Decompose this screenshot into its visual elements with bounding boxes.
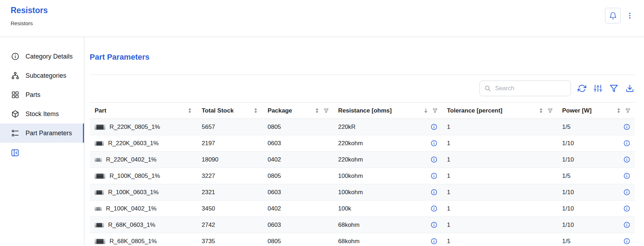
resistance-info-button[interactable] (430, 205, 438, 213)
resistance-value: 68kohm (338, 238, 359, 245)
info-icon (431, 189, 437, 196)
column-filter-button[interactable] (324, 108, 329, 113)
filter-button[interactable] (609, 83, 619, 93)
column-header-tolerance[interactable]: Tolerance [percent] (442, 103, 557, 119)
breadcrumb[interactable]: Resistors (11, 20, 48, 26)
download-button[interactable] (625, 83, 635, 93)
package-cell: 0805 (263, 119, 333, 135)
column-header-power[interactable]: Power [W] (557, 103, 635, 119)
info-icon (623, 238, 630, 245)
part-name: R_100K_0402_1% (106, 205, 157, 212)
part-thumbnail (95, 174, 105, 179)
resistance-info-button[interactable] (430, 188, 438, 196)
sort-button[interactable] (538, 108, 544, 113)
info-icon (431, 238, 437, 245)
kebab-menu-icon (626, 12, 634, 20)
table-row[interactable]: R_220K_0603_1% 2197 0603 220kohm 1 1/10 (90, 135, 635, 152)
column-filter-button[interactable] (548, 108, 553, 113)
total-stock-cell: 3227 (197, 168, 263, 184)
table-row[interactable]: R_68K_0603_1% 2742 0603 68kohm 1 1/10 (90, 217, 635, 233)
part-name: R_220K_0402_1% (106, 156, 157, 163)
funnel-icon (548, 108, 553, 113)
funnel-icon (432, 108, 438, 113)
table-row[interactable]: R_68K_0805_1% 3735 0805 68kohm 1 1/5 (90, 233, 635, 246)
column-header-total-stock[interactable]: Total Stock (197, 103, 263, 119)
column-label: Power [W] (562, 107, 592, 114)
sidebar-item-stock-items[interactable]: Stock Items (0, 104, 84, 124)
sort-button[interactable] (314, 108, 320, 113)
page-title: Resistors (11, 6, 48, 16)
power-info-button[interactable] (623, 172, 631, 180)
sort-button[interactable] (616, 108, 621, 113)
resistance-info-button[interactable] (430, 140, 438, 147)
column-label: Part (95, 107, 106, 114)
sort-button[interactable] (187, 108, 192, 113)
power-cell: 1/10 (557, 217, 635, 233)
info-icon (431, 222, 437, 228)
power-info-button[interactable] (623, 205, 631, 213)
column-settings-button[interactable] (593, 83, 603, 93)
resistance-cell: 68kohm (333, 217, 442, 233)
resistance-info-button[interactable] (430, 237, 438, 245)
power-info-button[interactable] (623, 221, 631, 229)
sidebar-collapse-button[interactable] (11, 148, 19, 158)
download-icon (626, 84, 634, 93)
power-value: 1/5 (562, 173, 571, 180)
resistance-cell: 220kohm (333, 152, 442, 168)
package-cell: 0805 (263, 233, 333, 246)
table-row[interactable]: R_100K_0805_1% 3227 0805 100kohm 1 1/5 (90, 168, 635, 184)
power-info-button[interactable] (623, 188, 631, 196)
part-name: R_100K_0805_1% (110, 173, 160, 180)
funnel-icon (324, 108, 329, 113)
power-info-button[interactable] (623, 123, 631, 131)
info-icon (623, 222, 630, 228)
column-filter-button[interactable] (625, 108, 631, 113)
sort-button[interactable] (423, 108, 429, 113)
power-info-button[interactable] (623, 237, 631, 245)
sidebar-item-part-parameters[interactable]: Part Parameters (0, 124, 84, 143)
power-value: 1/10 (562, 189, 574, 196)
notifications-button[interactable] (605, 8, 621, 23)
resistance-value: 68kohm (338, 222, 359, 229)
sort-both-icon (187, 108, 192, 113)
tolerance-cell: 1 (442, 217, 557, 233)
table-row[interactable]: R_100K_0402_1% 3450 0402 100k 1 1/10 (90, 201, 635, 217)
overflow-menu-button[interactable] (625, 8, 635, 23)
part-cell: R_100K_0603_1% (90, 184, 197, 201)
part-cell: R_220K_0603_1% (90, 135, 197, 152)
package-cell: 0805 (263, 168, 333, 184)
header-left: Resistors Resistors (11, 6, 48, 26)
info-icon (623, 205, 630, 212)
parameters-table: Part (90, 102, 635, 246)
power-info-button[interactable] (623, 140, 631, 147)
sidebar-item-category-details[interactable]: Category Details (0, 47, 84, 66)
table-row[interactable]: R_220K_0805_1% 5657 0805 220kR 1 1/5 (90, 119, 635, 135)
column-filter-button[interactable] (432, 108, 438, 113)
sort-button[interactable] (253, 108, 258, 113)
sidebar-item-parts[interactable]: Parts (0, 85, 84, 104)
table-row[interactable]: R_100K_0603_1% 2321 0603 100kohm 1 1/10 (90, 184, 635, 201)
resistance-value: 220kR (338, 124, 355, 131)
column-header-part[interactable]: Part (90, 103, 197, 119)
table-row[interactable]: R_220K_0402_1% 18090 0402 220kohm 1 1/10 (90, 152, 635, 168)
power-value: 1/10 (562, 140, 574, 147)
resistance-info-button[interactable] (430, 123, 438, 131)
part-name: R_68K_0805_1% (110, 238, 157, 245)
sidebar-item-subcategories[interactable]: Subcategories (0, 66, 84, 85)
power-cell: 1/10 (557, 152, 635, 168)
part-thumbnail (95, 207, 102, 211)
part-name: R_100K_0603_1% (108, 189, 159, 196)
resistance-info-button[interactable] (430, 172, 438, 180)
column-header-package[interactable]: Package (263, 103, 333, 119)
section-divider (90, 75, 635, 75)
part-thumbnail (95, 158, 102, 162)
power-info-button[interactable] (623, 156, 631, 164)
search-input[interactable] (494, 84, 566, 92)
refresh-button[interactable] (577, 83, 587, 93)
column-header-resistance[interactable]: Resistance [ohms] (333, 103, 442, 119)
resistance-info-button[interactable] (430, 221, 438, 229)
resistance-info-button[interactable] (430, 156, 438, 164)
power-cell: 1/5 (557, 168, 635, 184)
page-header: Resistors Resistors (0, 0, 644, 37)
info-icon (623, 140, 630, 147)
